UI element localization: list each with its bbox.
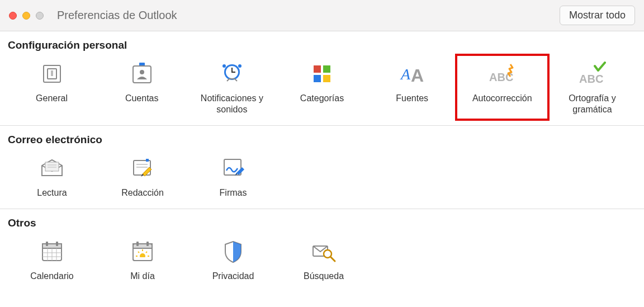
svg-text:A: A — [411, 65, 424, 85]
svg-line-45 — [138, 252, 139, 253]
svg-rect-38 — [133, 244, 152, 248]
pref-label: Cuentas — [125, 93, 159, 104]
pref-fonts[interactable]: A A Fuentes — [367, 56, 457, 119]
svg-point-10 — [222, 64, 226, 68]
svg-rect-15 — [323, 75, 330, 82]
general-icon — [37, 59, 67, 88]
myday-icon — [128, 237, 157, 266]
calendar-icon — [37, 237, 67, 266]
pref-calendar[interactable]: Calendario — [7, 234, 97, 285]
svg-rect-31 — [56, 242, 58, 246]
notifications-icon — [217, 59, 247, 88]
svg-point-11 — [238, 64, 242, 68]
pref-label: Calendario — [30, 271, 73, 282]
items-row-email: Lectura Redacción — [7, 150, 637, 202]
svg-rect-9 — [231, 72, 235, 73]
section-header-other: Otros — [7, 217, 637, 229]
pref-label: Lectura — [37, 187, 67, 199]
privacy-icon — [219, 237, 248, 266]
pref-spelling[interactable]: ABC Ortografía y gramática — [547, 56, 637, 119]
section-email: Correo electrónico Lectura — [0, 126, 644, 209]
pref-general[interactable]: General — [7, 56, 97, 119]
svg-rect-12 — [314, 65, 321, 73]
pref-label: Mi día — [130, 271, 155, 282]
pref-label: Redacción — [121, 187, 164, 199]
section-personal: Configuración personal General — [0, 31, 644, 126]
categories-icon — [307, 59, 337, 88]
minimize-icon[interactable] — [22, 12, 30, 20]
items-row-other: Calendario — [7, 234, 637, 285]
pref-label: Autocorrección — [472, 93, 532, 104]
pref-signatures[interactable]: Firmas — [188, 150, 278, 202]
pref-label: General — [36, 93, 68, 104]
svg-line-46 — [146, 252, 147, 253]
svg-text:A: A — [400, 65, 411, 83]
items-row-personal: General Cuentas — [7, 56, 637, 119]
pref-label: Categorías — [300, 93, 344, 104]
svg-rect-30 — [46, 242, 48, 246]
spelling-icon: ABC — [577, 59, 607, 88]
svg-rect-14 — [314, 75, 321, 82]
close-icon[interactable] — [9, 12, 17, 20]
svg-rect-2 — [51, 70, 53, 76]
titlebar: Preferencias de Outlook Mostrar todo — [0, 0, 644, 31]
pref-compose[interactable]: Redacción — [97, 150, 188, 202]
svg-rect-26 — [146, 159, 149, 162]
window-title: Preferencias de Outlook — [57, 9, 177, 22]
compose-icon — [128, 154, 157, 183]
svg-rect-13 — [323, 65, 330, 73]
reading-icon — [37, 154, 67, 183]
svg-rect-29 — [42, 244, 61, 248]
pref-autocorrect[interactable]: ABC Autocorrección — [457, 56, 547, 119]
svg-line-51 — [330, 257, 335, 261]
pref-myday[interactable]: Mi día — [97, 234, 188, 285]
pref-label: Fuentes — [396, 93, 428, 104]
section-header-personal: Configuración personal — [7, 39, 637, 51]
svg-rect-20 — [45, 162, 59, 171]
pref-categories[interactable]: Categorías — [277, 56, 367, 119]
svg-text:ABC: ABC — [579, 73, 603, 85]
fonts-icon: A A — [397, 59, 427, 88]
autocorrect-icon: ABC — [487, 59, 517, 88]
section-other: Otros Calendario — [0, 209, 644, 292]
pref-label: Privacidad — [212, 271, 254, 282]
pref-label: Búsqueda — [304, 271, 344, 282]
pref-accounts[interactable]: Cuentas — [97, 56, 187, 119]
accounts-icon — [127, 59, 157, 88]
zoom-icon[interactable] — [36, 12, 44, 20]
pref-search[interactable]: Búsqueda — [278, 234, 369, 285]
section-header-email: Correo electrónico — [7, 134, 637, 146]
window-controls — [9, 12, 44, 20]
pref-label: Firmas — [220, 187, 247, 199]
signatures-icon — [219, 154, 248, 183]
svg-point-5 — [140, 70, 144, 74]
pref-notifications[interactable]: Notificaciones y sonidos — [187, 56, 277, 119]
pref-label: Ortografía y gramática — [548, 93, 636, 115]
pref-privacy[interactable]: Privacidad — [188, 234, 278, 285]
pref-reading[interactable]: Lectura — [7, 150, 97, 202]
show-all-button[interactable]: Mostrar todo — [560, 6, 635, 25]
pref-label: Notificaciones y sonidos — [188, 93, 276, 115]
search-icon — [309, 237, 338, 266]
